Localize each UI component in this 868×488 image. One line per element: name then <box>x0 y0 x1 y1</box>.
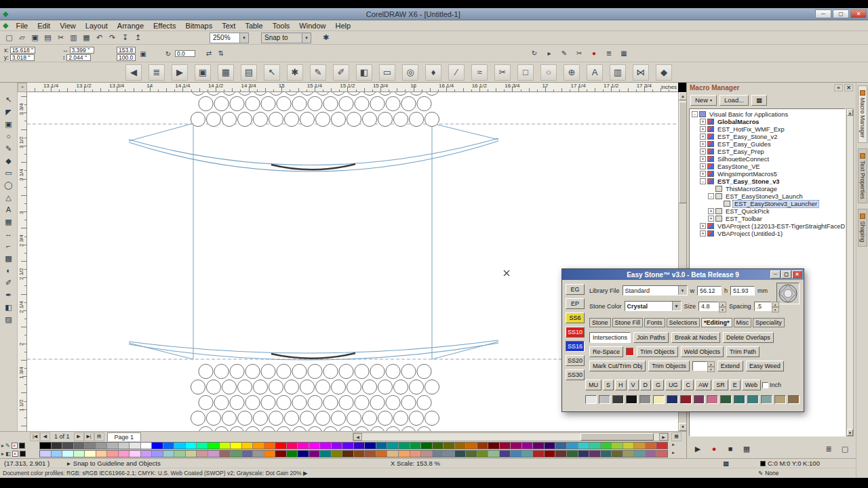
freehand-tool[interactable]: ✎ <box>2 142 16 155</box>
mark-cut-trim-obj-button[interactable]: Mark Cut/Trim Obj <box>589 361 646 371</box>
crosshair-icon[interactable]: ⊕ <box>564 64 580 81</box>
scroll-right-icon[interactable]: ▶ <box>659 433 668 441</box>
easy-stone-tab-stone[interactable]: Stone <box>589 318 611 327</box>
offset-value[interactable] <box>692 361 707 371</box>
stone-circle[interactable] <box>206 112 220 126</box>
menu-item-effects[interactable]: Effects <box>149 22 180 30</box>
palette-swatch[interactable] <box>589 443 600 449</box>
maximize-button[interactable]: ▢ <box>833 9 849 18</box>
sheets-icon[interactable]: ▥ <box>610 64 626 81</box>
dock-tab-macro-manager[interactable]: Macro Manager <box>858 85 867 143</box>
tree-expander-icon[interactable]: + <box>700 126 706 132</box>
stone-color-swatch[interactable] <box>612 395 624 404</box>
weld-icon[interactable]: ⋈ <box>633 64 649 81</box>
close-button[interactable]: ✕ <box>850 9 867 18</box>
stone-circle[interactable] <box>370 96 384 110</box>
stone-circle[interactable] <box>331 411 345 425</box>
easy-stone-tab-stone-fill[interactable]: Stone Fill <box>612 318 644 327</box>
snap-icon[interactable]: ✱ <box>287 64 303 81</box>
undo-icon[interactable]: ↶ <box>93 32 106 43</box>
palette-swatch[interactable] <box>433 443 443 449</box>
smart-fill-tool[interactable]: ◆ <box>2 155 16 167</box>
palette-swatch[interactable] <box>119 451 130 457</box>
stone-circle[interactable] <box>331 380 345 394</box>
stone-size-button-eg[interactable]: EG <box>566 284 585 295</box>
stone-color-swatch[interactable] <box>774 395 786 404</box>
minimize-button[interactable]: ─ <box>815 9 831 18</box>
stone-circle[interactable] <box>191 112 205 126</box>
easy-stone-tab-selections[interactable]: Selections <box>667 318 701 327</box>
palette-swatch[interactable] <box>646 451 656 457</box>
palette-swatch[interactable] <box>545 451 555 457</box>
palette-swatch[interactable] <box>399 451 410 457</box>
stone-circle[interactable] <box>237 380 252 394</box>
palette-swatch[interactable] <box>320 451 331 457</box>
snap-to-combo[interactable]: Snap to ▾ <box>261 33 311 43</box>
stone-circle[interactable] <box>269 112 283 126</box>
bucket-icon[interactable]: ◆ <box>656 64 672 81</box>
stone-circle[interactable] <box>362 411 376 425</box>
mirror-vertical-icon[interactable]: ⇅ <box>216 47 226 58</box>
stone-circle[interactable] <box>292 96 307 110</box>
palette-swatch[interactable] <box>208 443 219 449</box>
palette-swatch[interactable] <box>107 451 118 457</box>
macro-tree-item[interactable]: +EST_Easy_Prep <box>690 148 845 155</box>
tree-expander-icon[interactable]: - <box>692 111 698 117</box>
print-icon[interactable]: ▤ <box>41 32 54 43</box>
docker-panel-icon[interactable]: ▢ <box>840 445 850 453</box>
stone-circle[interactable] <box>269 411 283 425</box>
palette-swatch[interactable] <box>376 443 387 449</box>
stone-circle[interactable] <box>378 92 392 96</box>
interactive-fill-tool[interactable]: ▨ <box>2 313 16 325</box>
nudge-icon[interactable]: ▸ <box>544 47 555 58</box>
stone-color-swatch[interactable] <box>694 395 705 404</box>
tree-expander-icon[interactable]: + <box>700 223 706 229</box>
stone-circle[interactable] <box>409 92 423 96</box>
palette-swatch[interactable] <box>443 443 454 449</box>
menu-item-tools[interactable]: Tools <box>268 22 295 30</box>
zoom-tool[interactable]: ○ <box>2 130 16 142</box>
trim-icon[interactable]: ✂ <box>574 47 585 58</box>
stone-circle[interactable] <box>409 411 423 425</box>
last-page-button[interactable]: ▶| <box>84 432 94 441</box>
macro-tree-item[interactable]: +EST_Easy_Guides <box>690 140 845 148</box>
new-macro-button[interactable]: New ▾ <box>690 95 717 106</box>
stone-circle[interactable] <box>401 426 416 431</box>
palette-swatch[interactable] <box>40 451 51 457</box>
stone-circle[interactable] <box>214 395 229 409</box>
menu-item-file[interactable]: File <box>11 22 33 30</box>
stone-color-swatch[interactable] <box>667 395 678 404</box>
macro-tree-item[interactable]: +SilhouetteConnect <box>690 155 845 163</box>
quick-button-c[interactable]: C <box>683 380 694 390</box>
stone-circle[interactable] <box>261 364 275 378</box>
palette-swatch[interactable] <box>342 443 353 449</box>
stone-circle[interactable] <box>362 92 376 96</box>
stone-color-swatch[interactable] <box>720 395 732 404</box>
current-fill-swatch[interactable] <box>19 443 25 449</box>
menu-item-window[interactable]: Window <box>294 22 330 30</box>
palette-swatch[interactable] <box>376 451 387 457</box>
spin-down-icon[interactable]: ▾ <box>772 307 779 312</box>
square-icon[interactable]: □ <box>517 64 534 81</box>
extend-button[interactable]: Extend <box>717 361 743 371</box>
palette-swatch[interactable] <box>74 443 85 449</box>
grid-icon[interactable]: ▦ <box>218 64 234 81</box>
stone-circle[interactable] <box>323 395 338 409</box>
stone-circle[interactable] <box>284 92 298 96</box>
dock-tab-text-properties[interactable]: Text Properties <box>858 148 867 204</box>
menu-item-edit[interactable]: Edit <box>33 22 55 30</box>
palette-swatch[interactable] <box>309 451 320 457</box>
palette-swatch[interactable] <box>522 451 533 457</box>
stone-circle[interactable] <box>339 96 353 110</box>
mirror-horizontal-icon[interactable]: ⇄ <box>203 47 214 58</box>
palette-swatch[interactable] <box>623 443 634 449</box>
stone-circle[interactable] <box>331 112 345 126</box>
stone-circle[interactable] <box>206 411 220 425</box>
spin-down-icon[interactable]: ▾ <box>707 367 715 372</box>
horizontal-ruler[interactable]: inches 13 1/413 1/213 3/41414 1/414 1/21… <box>27 83 678 92</box>
chevron-down-icon[interactable]: ▾ <box>302 33 311 43</box>
top-band-upper-arc[interactable] <box>129 138 498 165</box>
docker-scrollbar[interactable]: ▲ ▼ <box>846 108 854 436</box>
redo-icon[interactable]: ↷ <box>106 32 119 43</box>
palette-swatch[interactable] <box>455 451 466 457</box>
